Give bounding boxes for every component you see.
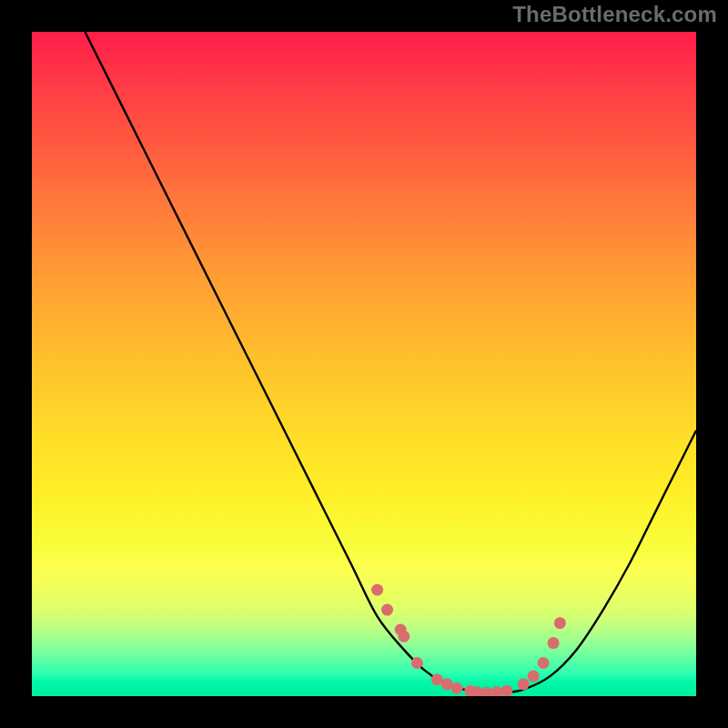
scatter-dot [554,617,566,629]
scatter-dot [398,631,410,642]
curve-svg [32,32,696,696]
scatter-dot [528,671,540,682]
scatter-dots [371,584,566,696]
scatter-dot [381,604,393,616]
scatter-dot [538,657,550,669]
scatter-dot [451,682,463,694]
scatter-dot [371,584,383,596]
scatter-dot [548,637,560,649]
scatter-dot [500,685,512,696]
chart-container: TheBottleneck.com [0,0,728,728]
bottleneck-curve [85,32,696,693]
scatter-dot [411,657,423,669]
scatter-dot [518,678,530,690]
plot-area [32,32,696,696]
watermark-label: TheBottleneck.com [512,2,717,27]
